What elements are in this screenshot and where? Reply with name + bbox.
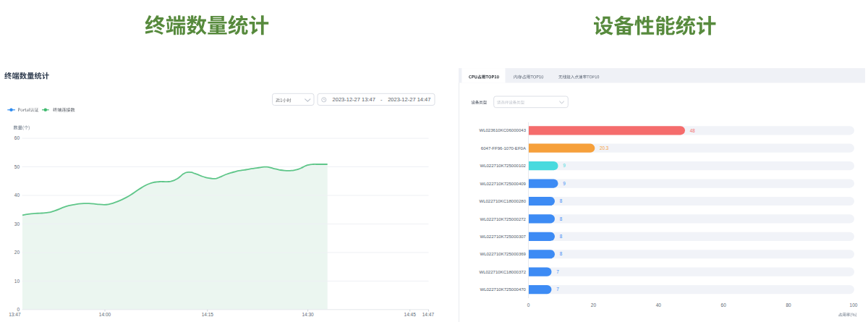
svg-text:14:45: 14:45 [404, 312, 417, 317]
svg-text:7: 7 [556, 269, 559, 274]
svg-text:WL022710KC18000372: WL022710KC18000372 [479, 270, 526, 274]
svg-text:14:00: 14:00 [99, 312, 111, 317]
svg-text:14:30: 14:30 [302, 312, 314, 317]
svg-text:6047-FF96-1070-EF0A: 6047-FF96-1070-EF0A [481, 146, 527, 151]
svg-text:2023-12-27 13:47: 2023-12-27 13:47 [333, 96, 375, 103]
svg-text:20: 20 [591, 302, 597, 308]
svg-text:2023-12-27 14:47: 2023-12-27 14:47 [388, 96, 430, 103]
svg-text:WL022710KC18000280: WL022710KC18000280 [479, 199, 526, 203]
svg-text:9: 9 [563, 163, 566, 168]
svg-text:20: 20 [14, 250, 20, 255]
svg-text:14:47: 14:47 [422, 312, 435, 317]
svg-text:60: 60 [721, 302, 727, 308]
svg-text:100: 100 [850, 302, 858, 308]
svg-text:8: 8 [560, 251, 563, 256]
svg-text:0: 0 [17, 307, 20, 312]
svg-text:0: 0 [527, 302, 530, 308]
svg-text:7: 7 [556, 287, 559, 292]
svg-text:WL022710K725000307: WL022710K725000307 [480, 234, 526, 239]
svg-text:13:47: 13:47 [9, 312, 21, 317]
svg-text:WL022710K725000470: WL022710K725000470 [480, 287, 526, 292]
svg-text:8: 8 [560, 234, 563, 239]
svg-text:9: 9 [563, 181, 566, 186]
svg-text:WL022710K725000409: WL022710K725000409 [480, 182, 526, 186]
svg-text:60: 60 [14, 135, 20, 140]
svg-text:30: 30 [14, 221, 20, 227]
svg-text:40: 40 [14, 192, 20, 198]
svg-text:10: 10 [14, 279, 20, 284]
svg-text:48: 48 [690, 128, 696, 133]
svg-text:20.3: 20.3 [600, 145, 609, 151]
svg-text:40: 40 [656, 302, 662, 308]
svg-text:80: 80 [786, 302, 791, 308]
svg-text:WL022710K725000369: WL022710K725000369 [480, 252, 526, 256]
svg-text:WL022710K725000272: WL022710K725000272 [480, 217, 526, 221]
svg-text:WL022710K725000102: WL022710K725000102 [480, 164, 526, 168]
svg-text:14:15: 14:15 [202, 312, 214, 317]
svg-text:50: 50 [14, 164, 20, 169]
svg-text:8: 8 [560, 198, 563, 203]
svg-text:WL023610KC06000043: WL023610KC06000043 [479, 128, 526, 132]
svg-text:8: 8 [560, 216, 563, 221]
